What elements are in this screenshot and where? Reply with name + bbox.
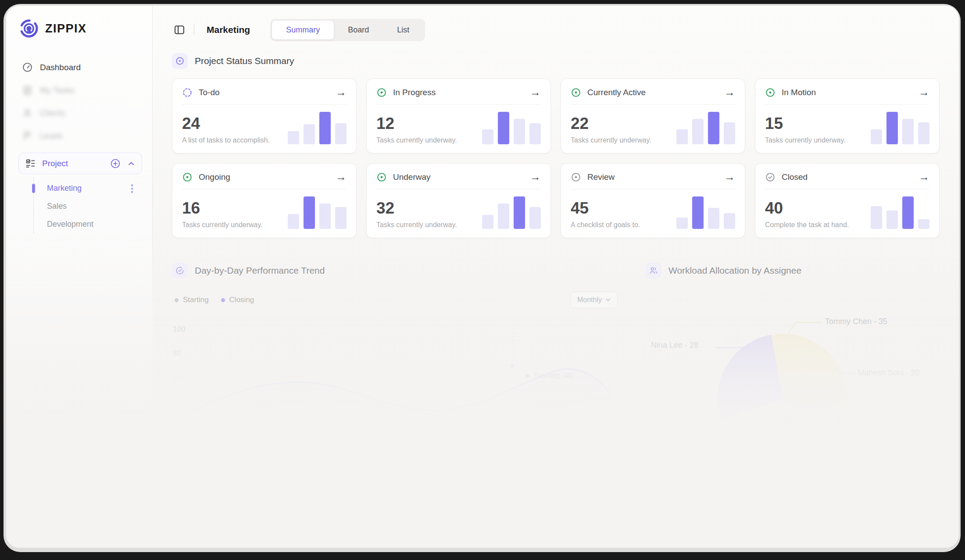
topbar: Marketing Summary Board List (172, 18, 959, 42)
status-card-closed[interactable]: Closed → 40 Complete the task at hand. (755, 163, 940, 238)
kebab-menu-icon[interactable]: ⋮ (127, 184, 137, 193)
project-subitem-sales[interactable]: Sales ⋮ (34, 197, 142, 215)
sidebar-item-label: Leads (40, 131, 63, 141)
arrow-right-icon[interactable]: → (336, 87, 347, 98)
dot-circle-green-icon (182, 172, 193, 182)
sidebar-toggle-icon[interactable] (172, 22, 187, 37)
summary-heading: Project Status Summary (195, 56, 294, 66)
status-card-in-motion[interactable]: In Motion → 15 Tasks currently underway. (755, 78, 940, 153)
users-icon (646, 263, 661, 278)
zippix-logo-icon (19, 19, 39, 38)
sidebar-item-my-tasks[interactable]: My Tasks (18, 80, 142, 100)
tab-summary[interactable]: Summary (272, 21, 334, 39)
spark-bar (335, 123, 347, 144)
tooltip-series: Starting (534, 371, 560, 380)
card-description: Tasks currently underway. (571, 136, 674, 144)
main-content: Marketing Summary Board List Project Sta… (153, 6, 959, 548)
spark-bars (871, 111, 929, 144)
project-subitem-marketing[interactable]: Marketing ⋮ (34, 179, 142, 197)
dashed-circle-icon (182, 87, 193, 98)
card-header: Ongoing → (182, 171, 347, 182)
legend-label: Starting (183, 296, 209, 304)
status-card-to-do[interactable]: To-do → 24 A list of tasks to accomplish… (172, 78, 357, 153)
arrow-right-icon[interactable]: → (530, 87, 541, 98)
status-card-review[interactable]: Review → 45 A checklist of goals to. (561, 163, 745, 238)
y-tick: 80 (173, 349, 181, 358)
legend-item-starting: Starting (175, 296, 209, 304)
arrow-right-icon[interactable]: → (724, 87, 735, 98)
spark-bar (529, 123, 541, 144)
check-circle-gray-icon (765, 172, 776, 182)
spark-bar (902, 196, 914, 229)
spark-bar (724, 213, 735, 229)
arrow-right-icon[interactable]: → (724, 171, 735, 182)
legend-label: Closing (229, 296, 254, 304)
card-header: To-do → (182, 87, 347, 98)
legend-dot (221, 298, 225, 302)
period-selector[interactable]: Monthly (570, 292, 618, 308)
status-card-in-progress[interactable]: In Progress → 12 Tasks currently underwa… (366, 78, 551, 153)
card-count: 15 (765, 115, 868, 132)
spark-bar (918, 219, 929, 229)
sidebar-item-project[interactable]: Project (18, 153, 142, 174)
card-description: Tasks currently underway. (376, 136, 479, 144)
card-description: Complete the task at hand. (765, 221, 868, 229)
spark-bar (724, 122, 735, 144)
trend-chart-section: Day-by-Day Performance Trend Starting Cl… (172, 263, 619, 447)
topbar-divider (194, 25, 194, 35)
card-body: 15 Tasks currently underway. (765, 111, 929, 144)
sidebar-item-leads[interactable]: Leads (18, 126, 142, 146)
project-list-icon (25, 158, 36, 169)
card-title: Currently Active (587, 88, 646, 97)
spark-bar (482, 215, 493, 229)
sidebar-item-clients[interactable]: Clients (18, 103, 142, 123)
spark-bar (529, 207, 541, 229)
tooltip-series-dot (525, 374, 529, 378)
arrow-right-icon[interactable]: → (530, 171, 541, 182)
spark-bars (482, 196, 541, 229)
leads-icon (22, 130, 33, 141)
trend-header: Day-by-Day Performance Trend (172, 263, 619, 278)
card-divider (182, 104, 347, 105)
page-title: Marketing (207, 25, 250, 35)
spark-bars (288, 111, 347, 144)
spark-bars (482, 111, 541, 144)
tab-board[interactable]: Board (334, 21, 383, 39)
spark-bar (692, 119, 704, 144)
project-subitem-development[interactable]: Development ⋮ (34, 215, 142, 233)
spark-bar (902, 119, 914, 144)
legend-dot (175, 298, 179, 302)
card-title: To-do (199, 88, 220, 97)
card-count: 24 (182, 115, 285, 132)
status-card-underway[interactable]: Underway → 32 Tasks currently underway. (366, 163, 551, 238)
subitem-label: Sales (47, 202, 67, 211)
sidebar-item-dashboard[interactable]: Dashboard (18, 57, 142, 77)
brand-name: ZIPPIX (45, 22, 87, 36)
card-title: In Motion (782, 88, 816, 97)
spark-bar (708, 112, 719, 144)
period-value: Monthly (577, 296, 602, 304)
spark-bar (871, 206, 882, 229)
arrow-right-icon[interactable]: → (336, 171, 347, 182)
arrow-right-icon[interactable]: → (919, 87, 929, 98)
spark-bar (514, 119, 525, 144)
card-header: In Motion → (765, 87, 929, 98)
add-project-button[interactable] (110, 158, 121, 169)
subitem-label: Marketing (47, 184, 82, 193)
sidebar-item-label: My Tasks (40, 86, 75, 95)
card-count: 40 (765, 200, 868, 216)
card-title: Underway (393, 172, 431, 182)
status-card-ongoing[interactable]: Ongoing → 16 Tasks currently underway. (172, 163, 357, 238)
chevron-up-icon[interactable] (127, 159, 136, 168)
card-body: 22 Tasks currently underway. (571, 111, 735, 144)
card-title: Closed (782, 172, 808, 182)
status-card-currently-active[interactable]: Currently Active → 22 Tasks currently un… (561, 78, 745, 153)
trend-heading: Day-by-Day Performance Trend (195, 265, 325, 276)
arrow-right-icon[interactable]: → (919, 171, 929, 182)
spark-bar (288, 214, 299, 229)
sidebar: ZIPPIX Dashboard My Tasks Clients Leads … (6, 6, 153, 548)
status-cards-grid: To-do → 24 A list of tasks to accomplish… (172, 78, 940, 238)
tab-list[interactable]: List (383, 21, 423, 39)
spark-bar (676, 218, 688, 229)
view-tabs: Summary Board List (270, 19, 425, 41)
